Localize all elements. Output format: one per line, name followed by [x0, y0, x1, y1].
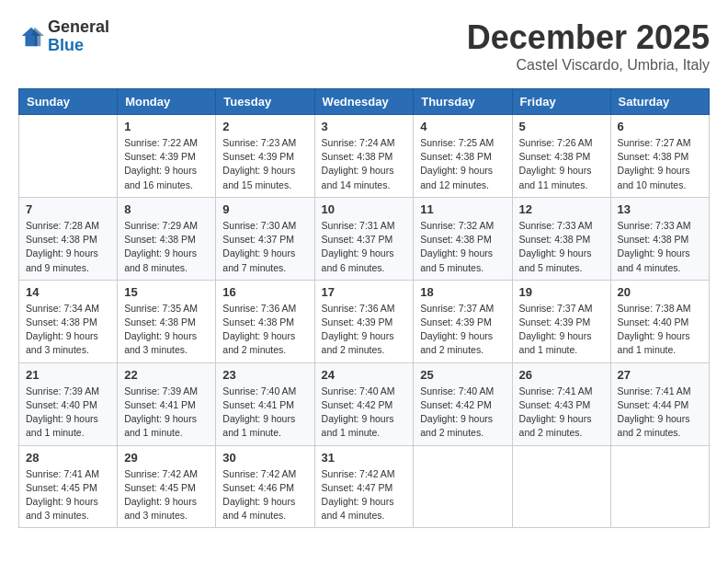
weekday-header-saturday: Saturday	[610, 89, 709, 115]
calendar-header-row: SundayMondayTuesdayWednesdayThursdayFrid…	[19, 89, 710, 115]
cell-info: Sunrise: 7:34 AM Sunset: 4:38 PM Dayligh…	[26, 302, 110, 358]
calendar-cell: 31Sunrise: 7:42 AM Sunset: 4:47 PM Dayli…	[314, 445, 414, 528]
weekday-header-monday: Monday	[118, 89, 216, 115]
cell-info: Sunrise: 7:30 AM Sunset: 4:37 PM Dayligh…	[222, 219, 307, 275]
calendar-cell: 11Sunrise: 7:32 AM Sunset: 4:38 PM Dayli…	[414, 197, 512, 280]
cell-info: Sunrise: 7:37 AM Sunset: 4:39 PM Dayligh…	[420, 302, 505, 358]
cell-info: Sunrise: 7:23 AM Sunset: 4:39 PM Dayligh…	[222, 136, 307, 192]
day-number: 16	[222, 285, 307, 299]
calendar-cell: 26Sunrise: 7:41 AM Sunset: 4:43 PM Dayli…	[512, 362, 610, 445]
calendar-cell	[610, 445, 709, 528]
day-number: 23	[222, 368, 307, 382]
cell-info: Sunrise: 7:41 AM Sunset: 4:45 PM Dayligh…	[26, 467, 110, 523]
day-number: 24	[322, 368, 407, 382]
cell-info: Sunrise: 7:33 AM Sunset: 4:38 PM Dayligh…	[618, 219, 702, 275]
calendar-cell: 17Sunrise: 7:36 AM Sunset: 4:39 PM Dayli…	[314, 280, 414, 362]
cell-info: Sunrise: 7:40 AM Sunset: 4:42 PM Dayligh…	[420, 385, 505, 441]
cell-info: Sunrise: 7:24 AM Sunset: 4:38 PM Dayligh…	[322, 136, 407, 192]
cell-info: Sunrise: 7:42 AM Sunset: 4:45 PM Dayligh…	[124, 467, 209, 523]
weekday-header-sunday: Sunday	[19, 89, 118, 115]
cell-info: Sunrise: 7:26 AM Sunset: 4:38 PM Dayligh…	[519, 136, 604, 192]
day-number: 25	[420, 368, 505, 382]
day-number: 4	[420, 120, 505, 133]
calendar-cell: 28Sunrise: 7:41 AM Sunset: 4:45 PM Dayli…	[19, 445, 118, 528]
calendar-cell: 16Sunrise: 7:36 AM Sunset: 4:38 PM Dayli…	[216, 280, 314, 362]
day-number: 7	[26, 202, 110, 216]
cell-info: Sunrise: 7:27 AM Sunset: 4:38 PM Dayligh…	[618, 136, 702, 192]
title-area: December 2025 Castel Viscardo, Umbria, I…	[467, 18, 710, 74]
page-header: General Blue December 2025 Castel Viscar…	[18, 18, 710, 74]
calendar-cell: 18Sunrise: 7:37 AM Sunset: 4:39 PM Dayli…	[414, 280, 512, 362]
cell-info: Sunrise: 7:42 AM Sunset: 4:46 PM Dayligh…	[222, 467, 307, 523]
cell-info: Sunrise: 7:40 AM Sunset: 4:42 PM Dayligh…	[322, 385, 407, 441]
day-number: 1	[124, 120, 209, 133]
weekday-header-tuesday: Tuesday	[216, 89, 314, 115]
day-number: 13	[618, 202, 702, 216]
calendar-cell	[414, 445, 512, 528]
cell-info: Sunrise: 7:38 AM Sunset: 4:40 PM Dayligh…	[618, 302, 702, 358]
calendar-cell	[19, 115, 118, 198]
logo-text: General Blue	[48, 18, 109, 55]
cell-info: Sunrise: 7:36 AM Sunset: 4:38 PM Dayligh…	[222, 302, 307, 358]
cell-info: Sunrise: 7:22 AM Sunset: 4:39 PM Dayligh…	[124, 136, 209, 192]
cell-info: Sunrise: 7:29 AM Sunset: 4:38 PM Dayligh…	[124, 219, 209, 275]
cell-info: Sunrise: 7:40 AM Sunset: 4:41 PM Dayligh…	[222, 385, 307, 441]
cell-info: Sunrise: 7:28 AM Sunset: 4:38 PM Dayligh…	[26, 219, 110, 275]
day-number: 17	[322, 285, 407, 299]
day-number: 12	[519, 202, 604, 216]
cell-info: Sunrise: 7:36 AM Sunset: 4:39 PM Dayligh…	[322, 302, 407, 358]
calendar-cell: 30Sunrise: 7:42 AM Sunset: 4:46 PM Dayli…	[216, 445, 314, 528]
calendar-cell: 6Sunrise: 7:27 AM Sunset: 4:38 PM Daylig…	[610, 115, 709, 198]
cell-info: Sunrise: 7:31 AM Sunset: 4:37 PM Dayligh…	[322, 219, 407, 275]
day-number: 22	[124, 368, 209, 382]
cell-info: Sunrise: 7:39 AM Sunset: 4:40 PM Dayligh…	[26, 385, 110, 441]
calendar-cell: 27Sunrise: 7:41 AM Sunset: 4:44 PM Dayli…	[610, 362, 709, 445]
day-number: 30	[222, 451, 307, 465]
calendar-week-row: 14Sunrise: 7:34 AM Sunset: 4:38 PM Dayli…	[19, 280, 710, 362]
day-number: 28	[26, 451, 110, 465]
day-number: 26	[519, 368, 604, 382]
location-title: Castel Viscardo, Umbria, Italy	[467, 57, 710, 74]
cell-info: Sunrise: 7:41 AM Sunset: 4:43 PM Dayligh…	[519, 385, 604, 441]
cell-info: Sunrise: 7:37 AM Sunset: 4:39 PM Dayligh…	[519, 302, 604, 358]
day-number: 5	[519, 120, 604, 133]
calendar-week-row: 28Sunrise: 7:41 AM Sunset: 4:45 PM Dayli…	[19, 445, 710, 528]
calendar-cell: 23Sunrise: 7:40 AM Sunset: 4:41 PM Dayli…	[216, 362, 314, 445]
day-number: 6	[618, 120, 702, 133]
weekday-header-wednesday: Wednesday	[314, 89, 414, 115]
calendar-cell: 29Sunrise: 7:42 AM Sunset: 4:45 PM Dayli…	[118, 445, 216, 528]
cell-info: Sunrise: 7:35 AM Sunset: 4:38 PM Dayligh…	[124, 302, 209, 358]
calendar-cell: 7Sunrise: 7:28 AM Sunset: 4:38 PM Daylig…	[19, 197, 118, 280]
day-number: 15	[124, 285, 209, 299]
calendar-cell: 2Sunrise: 7:23 AM Sunset: 4:39 PM Daylig…	[216, 115, 314, 198]
weekday-header-thursday: Thursday	[414, 89, 512, 115]
cell-info: Sunrise: 7:42 AM Sunset: 4:47 PM Dayligh…	[322, 467, 407, 523]
day-number: 8	[124, 202, 209, 216]
calendar-cell: 3Sunrise: 7:24 AM Sunset: 4:38 PM Daylig…	[314, 115, 414, 198]
calendar-cell: 15Sunrise: 7:35 AM Sunset: 4:38 PM Dayli…	[118, 280, 216, 362]
day-number: 18	[420, 285, 505, 299]
cell-info: Sunrise: 7:32 AM Sunset: 4:38 PM Dayligh…	[420, 219, 505, 275]
weekday-header-friday: Friday	[512, 89, 610, 115]
day-number: 11	[420, 202, 505, 216]
calendar-cell: 19Sunrise: 7:37 AM Sunset: 4:39 PM Dayli…	[512, 280, 610, 362]
day-number: 3	[322, 120, 407, 133]
logo-icon	[18, 24, 44, 50]
calendar-cell: 22Sunrise: 7:39 AM Sunset: 4:41 PM Dayli…	[118, 362, 216, 445]
calendar-cell: 14Sunrise: 7:34 AM Sunset: 4:38 PM Dayli…	[19, 280, 118, 362]
calendar-cell	[512, 445, 610, 528]
logo: General Blue	[18, 18, 109, 55]
cell-info: Sunrise: 7:39 AM Sunset: 4:41 PM Dayligh…	[124, 385, 209, 441]
day-number: 9	[222, 202, 307, 216]
day-number: 29	[124, 451, 209, 465]
calendar-cell: 9Sunrise: 7:30 AM Sunset: 4:37 PM Daylig…	[216, 197, 314, 280]
calendar-cell: 8Sunrise: 7:29 AM Sunset: 4:38 PM Daylig…	[118, 197, 216, 280]
cell-info: Sunrise: 7:25 AM Sunset: 4:38 PM Dayligh…	[420, 136, 505, 192]
month-title: December 2025	[467, 18, 710, 57]
calendar-cell: 12Sunrise: 7:33 AM Sunset: 4:38 PM Dayli…	[512, 197, 610, 280]
calendar-cell: 25Sunrise: 7:40 AM Sunset: 4:42 PM Dayli…	[414, 362, 512, 445]
calendar-cell: 21Sunrise: 7:39 AM Sunset: 4:40 PM Dayli…	[19, 362, 118, 445]
day-number: 19	[519, 285, 604, 299]
day-number: 31	[322, 451, 407, 465]
calendar-cell: 4Sunrise: 7:25 AM Sunset: 4:38 PM Daylig…	[414, 115, 512, 198]
